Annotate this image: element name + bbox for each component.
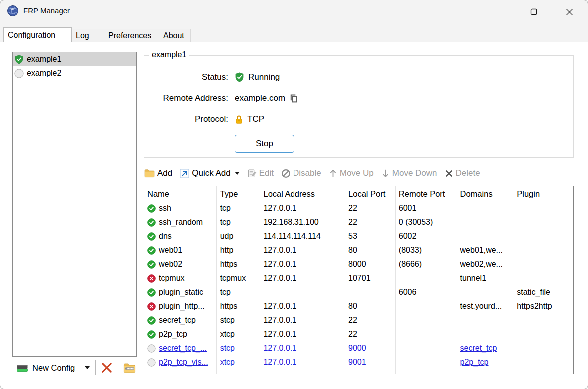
column-header-local-port[interactable]: Local Port	[344, 186, 395, 201]
table-row[interactable]: p2p_tcp_vis... xtcp 127.0.0.1 9001 p2p_t…	[144, 355, 573, 369]
table-row[interactable]: web02 https 127.0.0.1 8000 (8666) web02,…	[144, 257, 573, 271]
table-row[interactable]: dns udp 114.114.114.114 53 6002	[144, 229, 573, 243]
cell-domains: test.yourd...	[456, 299, 513, 313]
column-header-domains[interactable]: Domains	[456, 186, 513, 201]
cell-type: tcp	[216, 201, 260, 215]
cell-name: web01	[159, 246, 182, 255]
cell-domains	[456, 313, 513, 327]
minimize-button[interactable]	[487, 1, 510, 23]
tab-label: About	[163, 31, 184, 40]
tab-label: Preferences	[108, 31, 151, 40]
cell-remote-port	[395, 271, 456, 285]
cell-remote-port: 6002	[395, 229, 456, 243]
cell-local-address: 127.0.0.1	[259, 313, 344, 327]
cell-local-address: 127.0.0.1	[259, 355, 344, 369]
move-up-label: Move Up	[340, 168, 374, 178]
row-status-icon	[147, 232, 156, 241]
column-header-name[interactable]: Name	[144, 186, 216, 201]
disable-label: Disable	[293, 168, 321, 178]
tab-about[interactable]: About	[159, 29, 191, 42]
app-globe-icon	[7, 5, 19, 17]
delete-config-button[interactable]	[99, 362, 114, 374]
column-header-type[interactable]: Type	[216, 186, 260, 201]
cell-name: secret_tcp_...	[159, 344, 207, 353]
disable-icon	[281, 169, 291, 178]
table-row[interactable]: secret_tcp_... stcp 127.0.0.1 9000 secre…	[144, 341, 573, 355]
move-down-button[interactable]: Move Down	[381, 168, 437, 178]
cell-remote-port	[395, 327, 456, 341]
row-status-icon	[147, 288, 156, 297]
cell-domains: web02,we...	[456, 257, 513, 271]
cell-plugin	[513, 313, 573, 327]
table-row[interactable]: plugin_static tcp 6006 static_file	[144, 285, 573, 299]
cell-local-port: 10701	[344, 271, 395, 285]
column-header-remote-port[interactable]: Remote Port	[395, 186, 456, 201]
table-header: Name Type Local Address Local Port Remot…	[144, 186, 573, 201]
move-up-button[interactable]: Move Up	[329, 168, 374, 178]
cell-local-port: 22	[344, 313, 395, 327]
cell-domains	[456, 327, 513, 341]
cell-remote-port: 6001	[395, 201, 456, 215]
cell-local-port: 22	[344, 201, 395, 215]
cell-plugin	[513, 243, 573, 257]
tab-log[interactable]: Log	[72, 29, 104, 42]
quick-add-button[interactable]: Quick Add	[180, 168, 240, 178]
tab-configuration[interactable]: Configuration	[3, 27, 72, 42]
archive-config-button[interactable]	[122, 363, 137, 373]
running-shield-icon	[235, 72, 244, 82]
cell-plugin	[513, 215, 573, 229]
config-detail-groupbox: example1 Status: Running Remote Address:…	[144, 55, 574, 158]
config-item-example1[interactable]: example1	[13, 52, 136, 66]
cell-plugin: static_file	[513, 285, 573, 299]
cell-type: https	[216, 257, 260, 271]
table-row[interactable]: ssh_random tcp 192.168.31.100 22 0 (3005…	[144, 215, 573, 229]
protocol-value: TCP	[247, 114, 264, 124]
column-header-plugin[interactable]: Plugin	[513, 186, 573, 201]
cell-type: xtcp	[216, 355, 260, 369]
cell-name: ssh_random	[159, 218, 203, 227]
cell-type: http	[216, 243, 260, 257]
remote-address-row: Remote Address: example.com	[144, 88, 573, 109]
copy-icon[interactable]	[289, 94, 298, 103]
cell-remote-port	[395, 313, 456, 327]
minimize-icon	[495, 8, 502, 15]
status-row: Status: Running	[144, 67, 573, 88]
cell-name: web02	[159, 260, 182, 269]
edit-button[interactable]: Edit	[247, 168, 274, 178]
table-row[interactable]: secret_tcp stcp 127.0.0.1 22	[144, 313, 573, 327]
maximize-button[interactable]	[522, 1, 545, 23]
cell-local-address: 127.0.0.1	[259, 257, 344, 271]
tab-label: Configuration	[8, 31, 55, 40]
config-item-example2[interactable]: example2	[13, 66, 136, 80]
disable-button[interactable]: Disable	[281, 168, 321, 178]
table-row[interactable]: p2p_tcp xtcp 127.0.0.1 22	[144, 327, 573, 341]
cell-local-address: 114.114.114.114	[259, 229, 344, 243]
cell-domains: tunnel1	[456, 271, 513, 285]
table-row[interactable]: ssh tcp 127.0.0.1 22 6001	[144, 201, 573, 215]
column-header-local-address[interactable]: Local Address	[259, 186, 344, 201]
close-button[interactable]	[558, 1, 581, 23]
table-body: ssh tcp 127.0.0.1 22 6001	[144, 201, 573, 369]
stopped-circle-icon	[14, 69, 24, 78]
add-button[interactable]: Add	[144, 168, 172, 178]
tab-preferences[interactable]: Preferences	[104, 29, 159, 42]
drive-icon	[16, 363, 28, 373]
cell-local-port: 8000	[344, 257, 395, 271]
cell-local-port: 22	[344, 215, 395, 229]
chevron-down-icon	[235, 172, 240, 175]
table-row[interactable]: web01 http 127.0.0.1 80 (8033) web01,we.…	[144, 243, 573, 257]
cell-local-address: 127.0.0.1	[259, 299, 344, 313]
new-config-button[interactable]: New Config	[14, 362, 92, 374]
stop-button[interactable]: Stop	[235, 135, 294, 153]
close-icon	[566, 8, 573, 16]
cell-plugin	[513, 341, 573, 355]
cell-local-address: 192.168.31.100	[259, 215, 344, 229]
cell-local-port: 9000	[344, 341, 395, 355]
configuration-page: example1 example2 New Config	[0, 42, 588, 389]
table-row[interactable]: plugin_http... https 127.0.0.1 80 test.y…	[144, 299, 573, 313]
cell-name: tcpmux	[159, 274, 185, 283]
table-row[interactable]: tcpmux tcpmux 127.0.0.1 10701 tunnel1	[144, 271, 573, 285]
delete-button[interactable]: Delete	[445, 168, 480, 178]
cell-local-port	[344, 285, 395, 299]
row-status-icon	[147, 260, 156, 269]
